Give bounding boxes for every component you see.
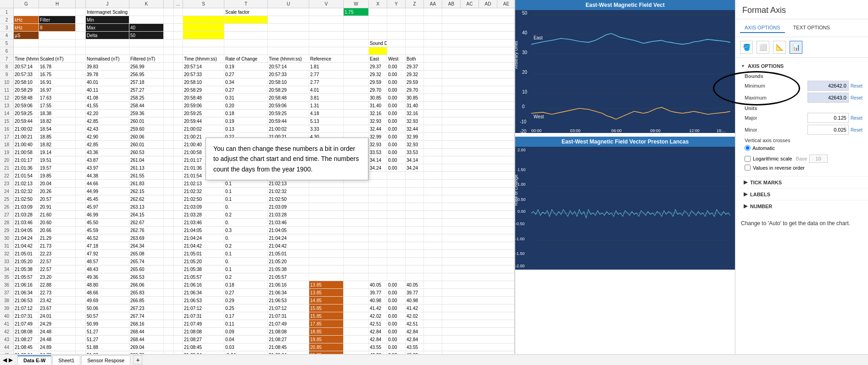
- cell[interactable]: [369, 24, 387, 31]
- cell[interactable]: 21:05:20: [268, 258, 309, 265]
- cell[interactable]: [406, 188, 424, 195]
- cell[interactable]: [424, 110, 442, 117]
- cell[interactable]: 21:00:58: [14, 149, 39, 156]
- cell[interactable]: [76, 203, 86, 210]
- cell[interactable]: [76, 289, 86, 296]
- number-section[interactable]: ▶ NUMBER: [735, 200, 868, 212]
- cell[interactable]: [344, 273, 369, 281]
- cell[interactable]: 45.50: [86, 219, 129, 226]
- cell[interactable]: Delta: [86, 32, 129, 39]
- cell[interactable]: 1.75: [344, 8, 369, 16]
- cell[interactable]: 0.13: [224, 125, 268, 133]
- cell[interactable]: [387, 8, 406, 16]
- cell[interactable]: [406, 227, 424, 234]
- cell[interactable]: 41.08: [86, 94, 129, 101]
- cell[interactable]: 0.19: [224, 63, 268, 70]
- cell[interactable]: [344, 180, 369, 187]
- cell[interactable]: [224, 47, 268, 55]
- cell[interactable]: [174, 125, 183, 133]
- cell[interactable]: 23.42: [39, 297, 76, 304]
- cell[interactable]: [424, 281, 442, 288]
- cell[interactable]: 21:08:45: [268, 343, 309, 351]
- cell[interactable]: 265.08: [129, 250, 164, 257]
- cell[interactable]: 256.99: [129, 63, 164, 70]
- cell[interactable]: [309, 195, 344, 203]
- cell[interactable]: [344, 304, 369, 312]
- cell[interactable]: 21:05:20: [183, 258, 224, 265]
- cell[interactable]: [369, 172, 387, 179]
- cell[interactable]: [309, 188, 344, 195]
- cell[interactable]: 46.52: [86, 234, 129, 242]
- cell[interactable]: [174, 71, 183, 78]
- cell[interactable]: 0.2: [224, 242, 268, 249]
- minor-reset-btn[interactable]: Reset: [851, 127, 862, 133]
- cell[interactable]: 21:05:20: [14, 258, 39, 265]
- cell[interactable]: [344, 102, 369, 109]
- cell[interactable]: 18.54: [39, 125, 76, 133]
- cell[interactable]: 48.80: [86, 281, 129, 288]
- cell[interactable]: [164, 149, 174, 156]
- cell[interactable]: [183, 47, 224, 55]
- cell[interactable]: [309, 24, 344, 31]
- cell[interactable]: [164, 219, 174, 226]
- cell[interactable]: [424, 203, 442, 210]
- cell[interactable]: 22.88: [39, 281, 76, 288]
- cell[interactable]: [164, 141, 174, 148]
- cell[interactable]: 50.57: [86, 312, 129, 320]
- cell[interactable]: 22.57: [39, 258, 76, 265]
- cell[interactable]: [76, 102, 86, 109]
- cell[interactable]: 50.99: [86, 320, 129, 327]
- cell[interactable]: [309, 16, 344, 23]
- cell[interactable]: 20:57:33: [268, 71, 309, 78]
- cell[interactable]: 31.40: [406, 102, 424, 109]
- cell[interactable]: 33.53: [369, 149, 387, 156]
- cell[interactable]: [174, 265, 183, 273]
- cell[interactable]: [164, 86, 174, 94]
- cell[interactable]: [164, 265, 174, 273]
- col-header-y[interactable]: Y: [387, 0, 406, 8]
- cell[interactable]: 20.60: [39, 219, 76, 226]
- cell[interactable]: [424, 102, 442, 109]
- cell[interactable]: 13.85: [309, 281, 344, 288]
- cell[interactable]: 32.99: [369, 133, 387, 140]
- cell[interactable]: 39.77: [406, 289, 424, 296]
- cell[interactable]: [76, 94, 86, 101]
- cell[interactable]: 265.60: [129, 265, 164, 273]
- cell[interactable]: 20:59:25: [268, 110, 309, 117]
- cell[interactable]: [76, 172, 86, 179]
- cell[interactable]: [387, 180, 406, 187]
- cell[interactable]: [424, 164, 442, 171]
- cell[interactable]: 15.85: [309, 312, 344, 320]
- cell[interactable]: [164, 289, 174, 296]
- cell[interactable]: 261.13: [129, 164, 164, 171]
- cell[interactable]: 0.03: [224, 343, 268, 351]
- cell[interactable]: 31.40: [369, 102, 387, 109]
- cell[interactable]: [387, 24, 406, 31]
- cell[interactable]: [76, 297, 86, 304]
- cell[interactable]: [424, 172, 442, 179]
- cell[interactable]: [344, 219, 369, 226]
- cell[interactable]: [164, 312, 174, 320]
- cell[interactable]: [224, 24, 268, 31]
- cell[interactable]: 256.95: [129, 71, 164, 78]
- cell[interactable]: [424, 320, 442, 327]
- cell[interactable]: 0.00: [387, 343, 406, 351]
- cell[interactable]: [424, 55, 442, 62]
- cell[interactable]: [424, 258, 442, 265]
- cell[interactable]: [424, 149, 442, 156]
- cell[interactable]: 20:58:10: [183, 78, 224, 86]
- cell[interactable]: [174, 24, 183, 31]
- cell[interactable]: [76, 180, 86, 187]
- cell[interactable]: [174, 343, 183, 351]
- cell[interactable]: [174, 258, 183, 265]
- cell[interactable]: 42.85: [86, 117, 129, 125]
- cell[interactable]: 29.70: [406, 86, 424, 94]
- cell[interactable]: [344, 203, 369, 210]
- cell[interactable]: 48.66: [86, 289, 129, 296]
- cell[interactable]: 0.31: [224, 94, 268, 101]
- cell[interactable]: 21:08:45: [14, 343, 39, 351]
- cell[interactable]: 0.25: [224, 304, 268, 312]
- cell[interactable]: [424, 71, 442, 78]
- cell[interactable]: 0.27: [224, 86, 268, 94]
- cell[interactable]: [174, 336, 183, 343]
